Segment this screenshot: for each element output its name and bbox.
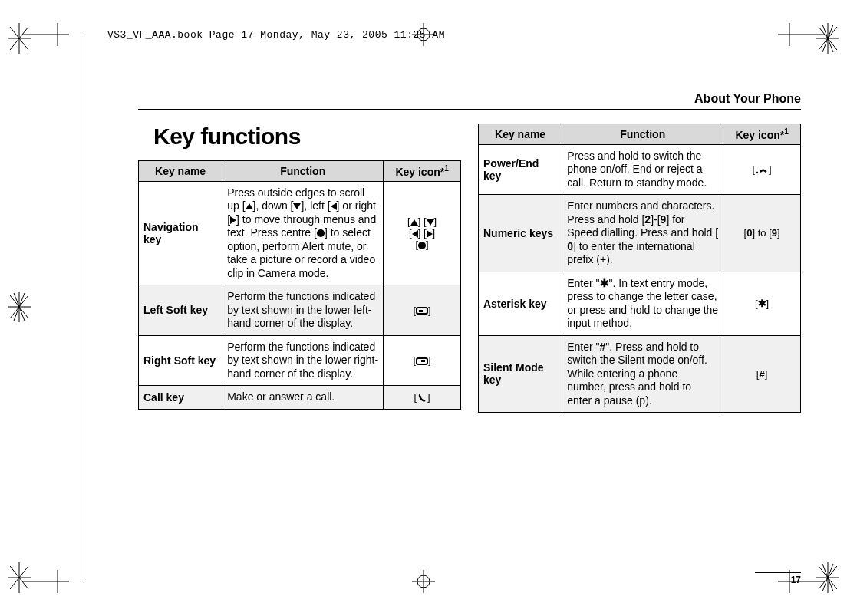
key-name-cell: Right Soft key (139, 335, 222, 386)
table-row: Left Soft keyPerform the functions indic… (139, 285, 461, 336)
key-function-cell: Enter "#". Press and hold to switch the … (562, 335, 723, 413)
key-function-cell: Enter "✱". In text entry mode, press to … (562, 272, 723, 335)
key-name-cell: Left Soft key (139, 285, 222, 336)
th-keyicon-sup: 1 (444, 164, 449, 173)
running-head: About Your Phone (138, 92, 801, 110)
trim-line-left (81, 35, 81, 581)
key-icon-cell: [] (384, 285, 461, 336)
key-name-cell: Silent Mode key (479, 335, 562, 413)
content-columns: Key functions Key name Function Key icon… (138, 124, 801, 413)
key-functions-table-right: Key name Function Key icon*1 Power/End k… (478, 124, 801, 413)
table-row: Asterisk keyEnter "✱". In text entry mod… (479, 272, 801, 335)
th-keyicon-text: Key icon* (395, 166, 444, 178)
key-name-cell: Numeric keys (479, 195, 562, 272)
section-title: Key functions (153, 124, 461, 150)
table-row: Right Soft keyPerform the functions indi… (139, 335, 461, 386)
th-keyicon: Key icon*1 (384, 161, 461, 182)
key-icon-cell: [] (384, 386, 461, 410)
th-function: Function (562, 124, 723, 145)
color-bar-left-top (8, 23, 31, 54)
key-icon-cell: [✱] (723, 272, 801, 335)
key-function-cell: Press outside edges to scroll up [], dow… (222, 181, 384, 285)
key-name-cell: Navigation key (139, 181, 222, 285)
key-icon-cell: [] (723, 144, 801, 195)
key-icon-cell: [] (384, 335, 461, 386)
key-function-cell: Press and hold to switch the phone on/of… (562, 144, 723, 195)
th-keyicon-sup: 1 (784, 127, 789, 136)
table-row: Navigation keyPress outside edges to scr… (139, 181, 461, 285)
svg-point-40 (756, 171, 758, 173)
th-keyicon-text: Key icon* (735, 129, 784, 141)
page-body: About Your Phone Key functions Key name … (138, 92, 824, 585)
key-function-cell: Perform the functions indicated by text … (222, 335, 384, 386)
key-name-cell: Power/End key (479, 144, 562, 195)
th-keyicon: Key icon*1 (723, 124, 801, 145)
left-column: Key functions Key name Function Key icon… (138, 124, 461, 413)
key-function-cell: Perform the functions indicated by text … (222, 285, 384, 336)
key-function-cell: Enter numbers and characters. Press and … (562, 195, 723, 272)
table-row: Silent Mode keyEnter "#". Press and hold… (479, 335, 801, 413)
table-row: Power/End keyPress and hold to switch th… (479, 144, 801, 195)
th-keyname: Key name (139, 161, 222, 182)
key-function-cell: Make or answer a call. (222, 386, 384, 410)
table-row: Numeric keysEnter numbers and characters… (479, 195, 801, 272)
key-icon-cell: [] [][] [][] (384, 181, 461, 285)
key-functions-table-left: Key name Function Key icon*1 Navigation … (138, 160, 461, 410)
th-keyname: Key name (479, 124, 562, 145)
right-column: Key name Function Key icon*1 Power/End k… (478, 124, 801, 413)
color-bar-left-bottom (8, 562, 31, 593)
table-row: Call keyMake or answer a call.[] (139, 386, 461, 410)
key-icon-cell: [0] to [9] (723, 195, 801, 272)
color-bar-left (8, 292, 31, 322)
key-name-cell: Asterisk key (479, 272, 562, 335)
page-number: 17 (755, 572, 801, 585)
color-bar-right-top (816, 23, 839, 54)
th-function: Function (222, 161, 384, 182)
key-name-cell: Call key (139, 386, 222, 410)
document-header: VS3_VF_AAA.book Page 17 Monday, May 23, … (107, 29, 445, 41)
key-icon-cell: [#] (723, 335, 801, 413)
